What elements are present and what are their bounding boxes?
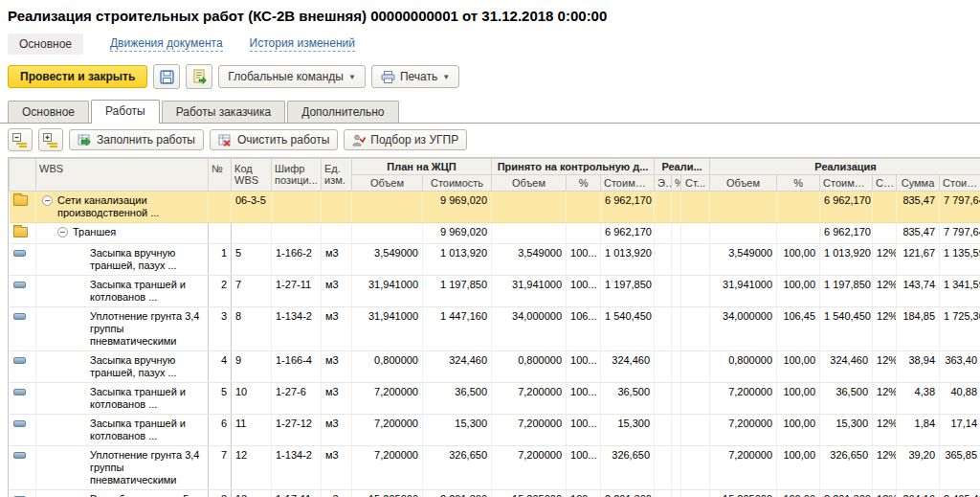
real-cost-cell: 1 197,850	[820, 276, 873, 307]
tab-additional[interactable]: Дополнительно	[287, 101, 398, 123]
post-button[interactable]	[186, 64, 212, 89]
accepted-pct-cell: 100...	[567, 383, 601, 415]
col-plan-cost-header[interactable]: Стоимость	[423, 175, 492, 192]
clear-works-button[interactable]: Очистить работы	[210, 129, 338, 150]
table-row[interactable]: Засыпка вручную траншей, пазух ... 4 9 1…	[10, 351, 980, 383]
works-grid: WBS № Код WBS Шифр позици... Ед. изм. Пл…	[8, 157, 980, 497]
col-real-cost-header[interactable]: Стоимость	[820, 175, 873, 192]
col-vat-rate-header[interactable]: Ст...	[873, 175, 897, 192]
table-row[interactable]: Уплотнение грунта 3,4 группы пневматичес…	[10, 307, 980, 351]
real-cost-cell: 324,460	[820, 351, 873, 383]
wbs-name-cell[interactable]: Разработка грунта 5 группы с погрузкой н…	[36, 490, 209, 497]
vat-sum-cell: 121,67	[897, 244, 940, 276]
col-reali-pct-header[interactable]: %	[672, 175, 681, 192]
wbs-name-cell[interactable]: Засыпка вручную траншей, пазух ...	[36, 244, 209, 276]
plan-volume-cell	[352, 192, 423, 223]
reali-volume-cell	[655, 383, 672, 415]
col-real-pct-header[interactable]: %	[777, 175, 820, 192]
num-cell: 7	[209, 446, 232, 490]
real-cost-cell: 36,500	[820, 383, 873, 415]
wbs-name-cell[interactable]: Засыпка траншей и котлованов ...	[36, 383, 209, 415]
tab-works[interactable]: Работы	[91, 100, 160, 124]
wbs-name-cell[interactable]: Засыпка вручную траншей, пазух ...	[36, 351, 209, 383]
collapse-all-button[interactable]	[8, 128, 33, 151]
wbs-name-cell[interactable]: Сети канализации производственной ...	[36, 192, 209, 223]
col-num-header[interactable]: №	[209, 159, 232, 192]
table-row[interactable]: Засыпка траншей и котлованов ... 2 7 1-2…	[10, 276, 980, 307]
group-plan-header[interactable]: План на ЖЦП	[352, 159, 492, 175]
nav-item-main[interactable]: Основное	[8, 34, 83, 55]
total-cell: 1 725,30	[940, 307, 980, 351]
col-reali-cost-header[interactable]: Ст...	[681, 175, 710, 192]
nav-link-movements[interactable]: Движения документа	[110, 36, 223, 52]
row-type-cell	[10, 192, 36, 223]
row-type-cell	[10, 276, 36, 307]
save-button[interactable]	[153, 64, 180, 89]
pick-from-ugpr-button[interactable]: Подбор из УГПР	[344, 129, 467, 150]
table-row[interactable]: Засыпка вручную траншей, пазух ... 1 5 1…	[10, 244, 980, 276]
wbs-name-cell[interactable]: Уплотнение грунта 3,4 группы пневматичес…	[36, 307, 209, 351]
work-item-icon	[13, 420, 26, 427]
reali-cost-cell	[681, 415, 710, 446]
table-row[interactable]: Разработка грунта 5 группы с погрузкой н…	[10, 490, 980, 497]
collapse-toggle-icon[interactable]	[57, 227, 68, 237]
expand-all-button[interactable]	[38, 128, 63, 151]
plan-volume-cell: 31,941000	[352, 307, 423, 351]
wbs-name-cell[interactable]: Засыпка траншей и котлованов ...	[36, 415, 209, 446]
reali-volume-cell	[655, 192, 672, 223]
fill-works-button[interactable]: Заполнить работы	[69, 129, 204, 150]
post-and-close-button[interactable]: Провести и закрыть	[8, 65, 147, 88]
table-row[interactable]: Засыпка траншей и котлованов ... 6 11 1-…	[10, 415, 980, 446]
kod-wbs-cell: 7	[232, 276, 272, 307]
wbs-name-cell[interactable]: Уплотнение грунта 3,4 группы пневматичес…	[36, 446, 209, 490]
col-kod-wbs-header[interactable]: Код WBS	[232, 159, 272, 192]
command-bar: Провести и закрыть Глобальные команды ▼ …	[0, 62, 980, 97]
real-pct-cell: 100,00	[777, 244, 820, 276]
vat-sum-cell: 1,84	[897, 415, 940, 446]
table-row[interactable]: Траншея 9 969,020 6 962,170 6 962,170 83…	[10, 223, 980, 244]
wbs-name-cell[interactable]: Траншея	[36, 223, 209, 244]
table-row[interactable]: Уплотнение грунта 3,4 группы пневматичес…	[10, 446, 980, 490]
accepted-volume-cell	[492, 223, 567, 244]
reali-pct-cell	[672, 490, 681, 497]
reali-volume-cell	[655, 446, 672, 490]
nav-link-history[interactable]: История изменений	[250, 36, 355, 52]
accepted-volume-cell	[492, 192, 567, 223]
tab-customer-works[interactable]: Работы заказчика	[162, 101, 286, 123]
group-reali-header[interactable]: Реали...	[655, 159, 710, 175]
vat-rate-cell: 12%	[873, 490, 897, 497]
reali-cost-cell	[681, 192, 710, 223]
col-wbs-header[interactable]: WBS	[36, 159, 209, 192]
print-button[interactable]: Печать ▼	[371, 65, 459, 88]
plan-cost-cell: 9 969,020	[423, 223, 492, 244]
col-ed-izm-header[interactable]: Ед. изм.	[322, 159, 352, 192]
tab-main[interactable]: Основное	[8, 101, 89, 123]
col-accepted-pct-header[interactable]: %	[567, 175, 601, 192]
wbs-name-cell[interactable]: Засыпка траншей и котлованов ...	[36, 276, 209, 307]
col-accepted-cost-header[interactable]: Стоимость	[601, 175, 655, 192]
col-plan-volume-header[interactable]: Объем	[352, 175, 423, 192]
real-pct-cell: 100,00	[777, 446, 820, 490]
plan-cost-cell: 324,460	[423, 351, 492, 383]
col-accepted-volume-header[interactable]: Объем	[492, 175, 567, 192]
group-realization-header[interactable]: Реализация	[710, 159, 980, 175]
collapse-toggle-icon[interactable]	[42, 195, 53, 206]
table-row[interactable]: Засыпка траншей и котлованов ... 5 10 1-…	[10, 383, 980, 415]
real-cost-cell: 1 540,450	[820, 307, 873, 351]
table-row[interactable]: Сети канализации производственной ... 06…	[10, 192, 980, 223]
kod-wbs-cell: 12	[232, 446, 272, 490]
col-real-volume-header[interactable]: Объем	[710, 175, 777, 192]
col-vat-sum-header[interactable]: Сумма	[897, 175, 940, 192]
col-shifr-header[interactable]: Шифр позици...	[272, 159, 322, 192]
col-total-header[interactable]: Стоим...	[940, 175, 980, 192]
group-accepted-header[interactable]: Принято на контрольную д...	[492, 159, 655, 175]
col-icon-header[interactable]	[10, 159, 36, 192]
accepted-pct-cell: 100...	[567, 490, 601, 497]
vat-sum-cell: 835,47	[897, 192, 940, 223]
col-reali-volume-header[interactable]: Э..	[655, 175, 672, 192]
plan-volume-cell: 7,200000	[352, 415, 423, 446]
total-cell: 17,14	[940, 415, 980, 446]
global-commands-button[interactable]: Глобальные команды ▼	[218, 65, 366, 88]
shifr-cell: 1-134-2	[272, 307, 322, 351]
folder-icon	[13, 195, 28, 206]
